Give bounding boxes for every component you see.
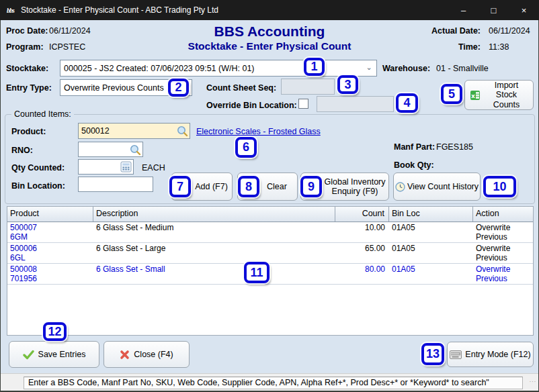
- clear-button[interactable]: Clear: [237, 173, 298, 201]
- qty-counted-label: Qty Counted:: [11, 163, 65, 173]
- column-header-count: Count: [335, 207, 389, 222]
- search-icon[interactable]: [176, 125, 188, 137]
- calculator-icon[interactable]: [120, 161, 132, 173]
- minimize-button[interactable]: –: [448, 0, 479, 20]
- close-f4-label: Close (F4): [134, 350, 173, 359]
- table-row-selected[interactable]: 500008701956 6 Glass Set - Small 80.00 0…: [7, 264, 533, 285]
- close-f4-button[interactable]: Close (F4): [103, 341, 190, 368]
- save-entries-button[interactable]: Save Entries: [9, 341, 99, 368]
- stocktake-selected-value: 000025 - JS2 Created: 07/06/2023 09:51 (…: [64, 64, 255, 73]
- chevron-down-icon: ⌄: [179, 83, 189, 92]
- maximize-button[interactable]: □: [479, 0, 509, 20]
- count-sheet-seq-field: [281, 79, 335, 95]
- excel-icon: x: [470, 90, 481, 101]
- manf-part-value: FGES185: [436, 142, 473, 152]
- add-button[interactable]: Add (F7): [171, 173, 233, 201]
- maximize-icon: □: [491, 5, 497, 15]
- close-button[interactable]: ×: [509, 0, 539, 20]
- status-bar: Enter a BBS Code, Manf Part No, SKU, Web…: [1, 373, 538, 391]
- column-header-product: Product: [7, 207, 93, 222]
- column-header-action: Action: [473, 207, 533, 222]
- chevron-down-icon: ⌄: [364, 63, 374, 72]
- minimize-icon: –: [461, 5, 466, 15]
- rno-input-wrap: [78, 142, 143, 157]
- import-stock-counts-button[interactable]: x Import Stock Counts: [464, 80, 534, 110]
- check-icon: [23, 350, 34, 360]
- product-input[interactable]: [79, 126, 176, 136]
- count-sheet-seq-label: Count Sheet Seq:: [206, 83, 276, 93]
- column-header-binloc: Bin Loc: [389, 207, 473, 222]
- entry-type-select[interactable]: Overwrite Previous Counts ⌄: [60, 79, 192, 96]
- save-entries-label: Save Entries: [38, 350, 86, 359]
- entry-type-label: Entry Type:: [6, 83, 52, 93]
- close-icon: ×: [522, 5, 527, 15]
- time-value: 11:38: [489, 42, 509, 52]
- view-count-history-button[interactable]: View Count History: [393, 173, 481, 201]
- rno-label: RNO:: [11, 146, 33, 155]
- time-label: Time:: [404, 42, 481, 52]
- title-bar: bbs Stocktake - Enter Physical Count - A…: [0, 0, 539, 20]
- add-button-label: Add (F7): [195, 182, 228, 191]
- product-description-link[interactable]: Electronic Scales - Frosted Glass: [196, 127, 321, 136]
- manf-part-label: Manf Part:: [394, 142, 435, 152]
- bin-location-input[interactable]: [78, 177, 153, 192]
- global-inventory-enquiry-button[interactable]: Global Inventory Enquiry (F9): [300, 173, 389, 201]
- override-bin-field: [317, 96, 394, 112]
- uom-label: EACH: [142, 163, 165, 173]
- status-hint: Enter a BBS Code, Manf Part No, SKU, Web…: [24, 377, 523, 389]
- warehouse-label: Warehouse:: [382, 64, 430, 73]
- counted-items-table: Product Description Count Bin Loc Action…: [7, 206, 534, 336]
- column-header-description: Description: [93, 207, 335, 222]
- book-qty-label: Book Qty:: [394, 160, 434, 170]
- stocktake-label: Stocktake:: [6, 64, 48, 73]
- red-x-icon: [120, 350, 130, 360]
- table-header-row: Product Description Count Bin Loc Action: [7, 207, 533, 222]
- entry-mode-button[interactable]: Entry Mode (F12): [447, 342, 534, 367]
- import-button-label: Import Stock Counts: [485, 81, 529, 109]
- entry-type-selected-value: Overwrite Previous Counts: [64, 83, 164, 93]
- warehouse-value: 01 - Smallville: [436, 64, 489, 73]
- bbs-logo-icon: bbs: [7, 7, 14, 14]
- product-label: Product:: [11, 127, 46, 136]
- table-row[interactable]: 5000076GM 6 Glass Set - Medium 10.00 01A…: [7, 222, 533, 243]
- entry-mode-label: Entry Mode (F12): [465, 350, 530, 359]
- svg-text:x: x: [471, 92, 475, 99]
- actual-date-label: Actual Date:: [404, 26, 481, 36]
- qty-counted-input[interactable]: [79, 162, 120, 172]
- resize-grip-icon[interactable]: ∙∙∙: [528, 380, 536, 389]
- counted-items-group-label: Counted Items:: [11, 109, 74, 119]
- clock-icon: [395, 182, 405, 192]
- product-input-wrap: [78, 123, 190, 139]
- app-window: bbs Stocktake - Enter Physical Count - A…: [1, 0, 538, 391]
- clear-button-label: Clear: [267, 182, 287, 191]
- override-bin-label: Override Bin Location:: [206, 101, 297, 110]
- keyboard-icon: [450, 350, 462, 359]
- stocktake-select[interactable]: 000025 - JS2 Created: 07/06/2023 09:51 (…: [60, 60, 377, 77]
- search-icon[interactable]: [129, 144, 141, 156]
- actual-date-value: 06/11/2024: [489, 26, 530, 36]
- qty-counted-input-wrap: [78, 159, 134, 175]
- view-count-history-label: View Count History: [407, 182, 479, 191]
- bin-location-label: Bin Location:: [11, 181, 65, 191]
- table-row[interactable]: 5000066GL 6 Glass Set - Large 65.00 01A0…: [7, 243, 533, 264]
- global-inventory-enquiry-label: Global Inventory Enquiry (F9): [324, 177, 386, 197]
- rno-input[interactable]: [79, 145, 129, 154]
- override-bin-checkbox[interactable]: [298, 99, 308, 109]
- window-title: Stocktake - Enter Physical Count - ABC T…: [21, 5, 218, 15]
